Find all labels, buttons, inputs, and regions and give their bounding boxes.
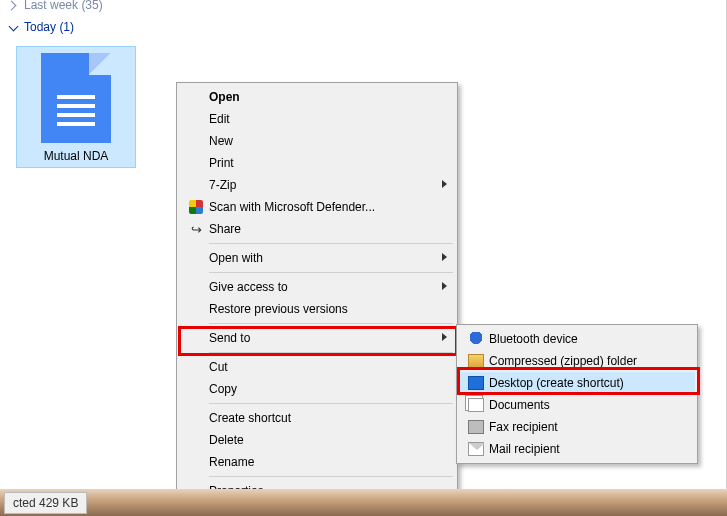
group-header-today[interactable]: Today (1) [0, 16, 726, 38]
menu-separator [209, 352, 453, 353]
fax-icon [468, 420, 484, 434]
group-label: Today [24, 20, 56, 34]
submenu-arrow-icon [442, 180, 447, 188]
submenu-bluetooth[interactable]: Bluetooth device [459, 328, 695, 350]
chevron-down-icon [8, 22, 18, 32]
menu-separator [209, 403, 453, 404]
menu-create-shortcut[interactable]: Create shortcut [179, 407, 455, 429]
menu-share[interactable]: Share [179, 218, 455, 240]
menu-separator [209, 272, 453, 273]
menu-separator [209, 476, 453, 477]
submenu-compressed[interactable]: Compressed (zipped) folder [459, 350, 695, 372]
menu-rename[interactable]: Rename [179, 451, 455, 473]
bluetooth-icon [468, 332, 484, 346]
chevron-right-icon [8, 0, 18, 10]
group-label: Last week [24, 0, 78, 12]
shield-icon [189, 200, 203, 214]
submenu-arrow-icon [442, 282, 447, 290]
menu-send-to[interactable]: Send to [179, 327, 455, 349]
menu-edit[interactable]: Edit [179, 108, 455, 130]
menu-copy[interactable]: Copy [179, 378, 455, 400]
mail-icon [468, 442, 484, 456]
menu-separator [209, 323, 453, 324]
group-header-last-week[interactable]: Last week (35) [0, 0, 726, 16]
submenu-arrow-icon [442, 253, 447, 261]
menu-cut[interactable]: Cut [179, 356, 455, 378]
file-name-label: Mutual NDA [19, 149, 133, 163]
menu-print[interactable]: Print [179, 152, 455, 174]
menu-7zip[interactable]: 7-Zip [179, 174, 455, 196]
google-doc-icon [41, 53, 111, 143]
submenu-arrow-icon [442, 333, 447, 341]
context-menu: Open Edit New Print 7-Zip Scan with Micr… [176, 82, 458, 506]
zip-folder-icon [468, 354, 484, 368]
submenu-documents[interactable]: Documents [459, 394, 695, 416]
menu-open-with[interactable]: Open with [179, 247, 455, 269]
group-count: (1) [59, 20, 74, 34]
menu-separator [209, 243, 453, 244]
share-icon [191, 222, 202, 237]
documents-icon [468, 398, 484, 412]
menu-defender[interactable]: Scan with Microsoft Defender... [179, 196, 455, 218]
menu-open[interactable]: Open [179, 86, 455, 108]
submenu-mail[interactable]: Mail recipient [459, 438, 695, 460]
file-item-mutual-nda[interactable]: Mutual NDA [16, 46, 136, 168]
group-count: (35) [81, 0, 102, 12]
menu-give-access[interactable]: Give access to [179, 276, 455, 298]
menu-restore-versions[interactable]: Restore previous versions [179, 298, 455, 320]
submenu-fax[interactable]: Fax recipient [459, 416, 695, 438]
menu-new[interactable]: New [179, 130, 455, 152]
desktop-icon [468, 376, 484, 390]
status-text: cted 429 KB [13, 496, 78, 510]
sendto-submenu: Bluetooth device Compressed (zipped) fol… [456, 324, 698, 464]
submenu-desktop-shortcut[interactable]: Desktop (create shortcut) [459, 372, 695, 394]
status-bar: cted 429 KB [0, 489, 727, 516]
menu-delete[interactable]: Delete [179, 429, 455, 451]
